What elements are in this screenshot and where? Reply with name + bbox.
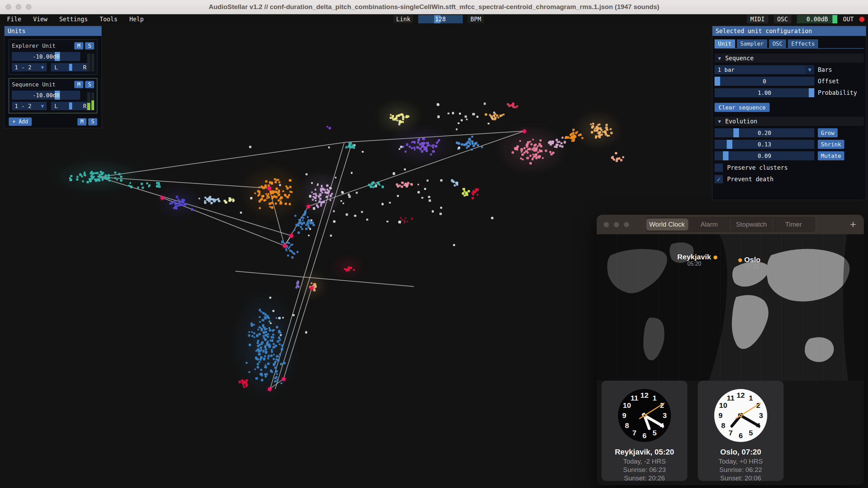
sound-point[interactable] xyxy=(533,156,535,158)
sound-point[interactable] xyxy=(421,150,423,153)
sound-point[interactable] xyxy=(250,197,252,199)
sound-point[interactable] xyxy=(423,138,425,140)
sound-point[interactable] xyxy=(397,185,399,188)
output-channel-dropdown[interactable]: 1 - 2 ▼ xyxy=(12,63,47,71)
sound-point[interactable] xyxy=(260,199,262,201)
sound-point[interactable] xyxy=(468,138,470,140)
sound-point[interactable] xyxy=(69,178,72,181)
sound-point[interactable] xyxy=(311,282,312,284)
sound-point[interactable] xyxy=(458,142,460,145)
sound-point[interactable] xyxy=(377,182,379,184)
sound-point[interactable] xyxy=(514,148,517,150)
sound-point[interactable] xyxy=(535,150,537,152)
sound-point[interactable] xyxy=(397,195,399,197)
active-sound-point[interactable] xyxy=(160,196,164,200)
active-sound-point[interactable] xyxy=(268,387,272,391)
pan-slider[interactable]: L R xyxy=(51,102,90,110)
sound-point[interactable] xyxy=(305,173,307,175)
sound-point[interactable] xyxy=(437,115,440,118)
sound-point[interactable] xyxy=(242,384,244,386)
sound-point[interactable] xyxy=(273,358,275,360)
sound-point[interactable] xyxy=(437,103,439,106)
sound-point[interactable] xyxy=(302,214,304,216)
sound-point[interactable] xyxy=(278,317,281,319)
sound-point[interactable] xyxy=(276,317,277,319)
sound-point[interactable] xyxy=(413,147,415,149)
sound-point[interactable] xyxy=(285,203,287,205)
sound-point[interactable] xyxy=(258,326,261,329)
minimize-window-button[interactable] xyxy=(614,222,619,227)
sound-point[interactable] xyxy=(491,217,493,219)
sound-point[interactable] xyxy=(105,177,107,180)
sound-point[interactable] xyxy=(507,103,509,105)
sound-point[interactable] xyxy=(591,131,593,134)
sound-point[interactable] xyxy=(257,340,259,342)
sound-point[interactable] xyxy=(539,139,542,142)
sound-point[interactable] xyxy=(212,198,214,200)
sound-point[interactable] xyxy=(283,362,286,364)
sound-point[interactable] xyxy=(605,127,607,129)
sound-point[interactable] xyxy=(458,122,460,124)
sound-point[interactable] xyxy=(400,217,402,219)
sound-point[interactable] xyxy=(321,188,323,191)
sound-point[interactable] xyxy=(233,199,235,201)
sound-point[interactable] xyxy=(263,337,265,339)
sound-point[interactable] xyxy=(472,113,475,115)
sound-point[interactable] xyxy=(249,146,251,148)
sound-point[interactable] xyxy=(565,136,567,139)
sound-point[interactable] xyxy=(371,182,373,185)
sound-point[interactable] xyxy=(307,225,309,227)
sound-point[interactable] xyxy=(368,184,370,186)
sound-point[interactable] xyxy=(311,191,313,193)
sound-point[interactable] xyxy=(523,147,526,149)
sound-point[interactable] xyxy=(538,156,540,158)
sound-point[interactable] xyxy=(287,242,289,244)
sound-point[interactable] xyxy=(210,198,212,200)
sound-point[interactable] xyxy=(473,191,476,193)
sound-point[interactable] xyxy=(471,148,473,151)
sound-point[interactable] xyxy=(321,192,323,194)
tab-osc[interactable]: OSC xyxy=(769,39,786,48)
sound-point[interactable] xyxy=(259,321,261,323)
tab-effects[interactable]: Effects xyxy=(788,39,818,48)
sound-point[interactable] xyxy=(312,196,314,198)
sound-point[interactable] xyxy=(258,353,259,355)
sound-point[interactable] xyxy=(452,112,454,114)
sound-point[interactable] xyxy=(421,146,423,148)
sound-point[interactable] xyxy=(301,216,303,219)
sound-point[interactable] xyxy=(522,159,524,161)
sound-point[interactable] xyxy=(174,206,176,208)
sound-point[interactable] xyxy=(328,146,330,148)
sound-point[interactable] xyxy=(269,203,271,205)
sound-point[interactable] xyxy=(281,344,284,347)
sound-point[interactable] xyxy=(456,128,458,130)
sound-point[interactable] xyxy=(396,115,398,117)
sound-point[interactable] xyxy=(277,355,279,357)
tab-sampler[interactable]: Sampler xyxy=(737,39,767,48)
sound-point[interactable] xyxy=(265,331,267,333)
mutate-button[interactable]: Mutate xyxy=(818,151,844,160)
sound-point[interactable] xyxy=(571,136,573,138)
sound-point[interactable] xyxy=(240,212,242,214)
sound-point[interactable] xyxy=(312,199,314,201)
sound-point[interactable] xyxy=(173,201,175,203)
tab-timer[interactable]: Timer xyxy=(772,219,815,230)
sound-point[interactable] xyxy=(537,145,539,147)
sound-point[interactable] xyxy=(550,153,553,155)
sound-point[interactable] xyxy=(417,146,419,149)
sound-point[interactable] xyxy=(271,206,273,209)
sound-point[interactable] xyxy=(330,235,332,237)
sound-point[interactable] xyxy=(462,192,464,195)
sound-point[interactable] xyxy=(317,183,319,185)
sound-point[interactable] xyxy=(267,358,269,360)
sound-point[interactable] xyxy=(526,144,528,146)
sound-point[interactable] xyxy=(253,332,255,334)
pan-slider[interactable]: L R xyxy=(51,63,90,71)
sound-point[interactable] xyxy=(462,188,465,190)
sound-point[interactable] xyxy=(289,191,292,193)
pan-slider-handle[interactable] xyxy=(69,102,72,109)
mutate-slider[interactable]: 0.09 xyxy=(715,151,814,160)
sound-point[interactable] xyxy=(276,326,278,328)
sound-point[interactable] xyxy=(269,181,271,184)
preserve-clusters-checkbox[interactable] xyxy=(715,163,723,172)
